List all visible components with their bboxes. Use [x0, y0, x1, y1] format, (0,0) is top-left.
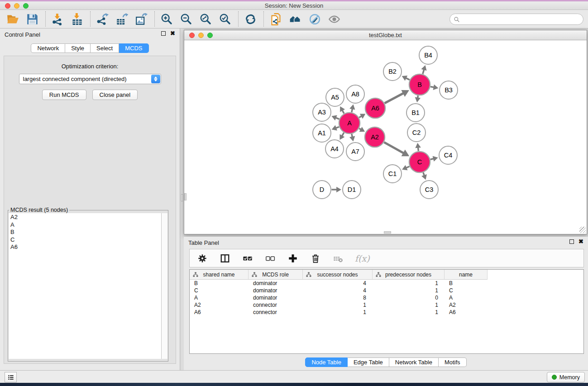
search-box[interactable] — [449, 14, 583, 25]
table-cell[interactable]: B — [190, 280, 249, 287]
table-cell[interactable]: A2 — [190, 301, 249, 309]
save-session-button[interactable] — [25, 12, 39, 26]
criterion-select[interactable]: largest connected component (directed) — [19, 74, 161, 84]
table-cell[interactable]: dominator — [249, 294, 303, 301]
close-panel-button[interactable]: Close panel — [92, 90, 138, 100]
canvas-vertical-scrollbar[interactable] — [184, 193, 186, 200]
mcds-result-item[interactable]: C — [10, 236, 161, 244]
table-cell[interactable]: A2 — [445, 301, 488, 309]
table-row[interactable]: Cdominator41C — [190, 287, 583, 294]
graph-node-A8[interactable]: A8 — [346, 85, 364, 103]
table-cell[interactable]: 8 — [303, 294, 373, 301]
table-cell[interactable]: 1 — [303, 301, 373, 309]
tab-node-table[interactable]: Node Table — [305, 357, 348, 367]
table-cell[interactable]: connector — [249, 309, 303, 316]
graph-node-A6[interactable]: A6 — [365, 98, 385, 118]
graph-node-C[interactable]: C — [409, 152, 430, 172]
table-cell[interactable]: dominator — [249, 280, 303, 287]
network-graph[interactable]: B4B2BB3A5A8A6A3B1AA1C2A2A4A7C4CC1C3DD1 — [184, 40, 587, 234]
graph-node-D1[interactable]: D1 — [343, 181, 361, 199]
canvas-horizontal-scrollbar[interactable] — [384, 231, 391, 234]
first-neighbors-button[interactable] — [288, 12, 302, 26]
table-cell[interactable]: 4 — [303, 287, 373, 294]
tab-network[interactable]: Network — [31, 43, 65, 53]
zoom-in-button[interactable] — [159, 12, 174, 26]
memory-button[interactable]: Memory — [547, 372, 585, 382]
graph-node-B1[interactable]: B1 — [406, 104, 425, 122]
table-cell[interactable]: 4 — [303, 280, 373, 287]
table-cell[interactable]: 0 — [373, 294, 445, 301]
tab-network-table[interactable]: Network Table — [389, 357, 439, 367]
show-graphics-details-button[interactable] — [327, 12, 341, 26]
close-panel-icon[interactable]: ✖ — [170, 31, 175, 36]
mcds-result-item[interactable]: A2 — [10, 214, 161, 221]
select-all-button[interactable] — [242, 253, 253, 264]
graph-node-A5[interactable]: A5 — [326, 88, 344, 106]
graph-edge-A6-B[interactable] — [385, 93, 404, 103]
graph-node-B4[interactable]: B4 — [419, 46, 437, 64]
column-header-shared-name[interactable]: shared name — [190, 270, 249, 280]
table-cell[interactable]: dominator — [249, 287, 303, 294]
graph-node-C3[interactable]: C3 — [420, 181, 438, 199]
column-header-MCDS-role[interactable]: MCDS role — [249, 270, 303, 280]
table-cell[interactable]: A — [190, 294, 249, 301]
open-session-button[interactable] — [5, 12, 20, 26]
graph-node-A1[interactable]: A1 — [313, 124, 331, 142]
table-cell[interactable]: 1 — [373, 309, 445, 316]
tab-select[interactable]: Select — [91, 43, 119, 53]
graph-node-C4[interactable]: C4 — [439, 146, 457, 164]
table-row[interactable]: Adominator80A — [190, 294, 583, 301]
hide-annotations-button[interactable] — [307, 12, 322, 26]
mcds-result-item[interactable]: A — [10, 221, 161, 229]
table-row[interactable]: A6connector11A6 — [190, 309, 583, 316]
column-header-predecessor-nodes[interactable]: predecessor nodes — [373, 270, 445, 280]
column-header-successor-nodes[interactable]: successor nodes — [303, 270, 373, 280]
column-header-name[interactable]: name — [445, 270, 488, 280]
tab-motifs[interactable]: Motifs — [439, 357, 467, 367]
import-network-button[interactable] — [50, 12, 65, 26]
table-cell[interactable]: B — [445, 280, 488, 287]
delete-column-button[interactable] — [310, 253, 321, 264]
close-table-panel-icon[interactable]: ✖ — [578, 239, 583, 244]
table-cell[interactable]: 1 — [373, 280, 445, 287]
tab-edge-table[interactable]: Edge Table — [348, 357, 389, 367]
float-table-panel-icon[interactable] — [569, 239, 574, 244]
table-cell[interactable]: A6 — [445, 309, 488, 316]
panel-splitter[interactable] — [181, 29, 184, 370]
export-image-button[interactable] — [134, 12, 148, 26]
graph-node-B2[interactable]: B2 — [383, 62, 402, 81]
search-input[interactable] — [460, 16, 583, 23]
mcds-result-item[interactable]: B — [10, 229, 161, 236]
table-cell[interactable]: 1 — [373, 287, 445, 294]
network-from-selection-button[interactable] — [268, 12, 283, 26]
window-resize-grip[interactable] — [579, 227, 586, 233]
mcds-result-item[interactable]: A6 — [10, 243, 161, 251]
graph-node-A7[interactable]: A7 — [346, 143, 364, 161]
graph-node-A[interactable]: A — [339, 113, 360, 133]
add-column-button[interactable] — [287, 253, 299, 264]
table-cell[interactable]: 1 — [373, 301, 445, 309]
table-cell[interactable]: C — [445, 287, 488, 294]
zoom-selected-button[interactable] — [218, 12, 232, 26]
table-cell[interactable]: 1 — [303, 309, 373, 316]
export-table-button[interactable] — [115, 12, 129, 26]
graph-node-A2[interactable]: A2 — [365, 127, 385, 147]
zoom-fit-button[interactable] — [198, 12, 213, 26]
table-cell[interactable]: A — [445, 294, 488, 301]
graph-node-C1[interactable]: C1 — [383, 165, 402, 183]
export-network-button[interactable] — [95, 12, 110, 26]
run-mcds-button[interactable]: Run MCDS — [42, 90, 86, 100]
deselect-all-button[interactable] — [264, 253, 276, 264]
table-options-button[interactable] — [196, 253, 208, 264]
graph-node-B3[interactable]: B3 — [440, 81, 458, 99]
show-columns-button[interactable] — [219, 253, 231, 264]
network-canvas[interactable]: B4B2BB3A5A8A6A3B1AA1C2A2A4A7C4CC1C3DD1 — [184, 40, 587, 234]
table-cell[interactable]: A6 — [190, 309, 249, 316]
tab-mcds[interactable]: MCDS — [119, 43, 148, 53]
table-row[interactable]: A2connector11A2 — [190, 301, 583, 309]
float-panel-icon[interactable] — [161, 31, 166, 36]
table-row[interactable]: Bdominator41B — [190, 280, 583, 287]
zoom-out-button[interactable] — [179, 12, 193, 26]
table-cell[interactable]: C — [190, 287, 249, 294]
apply-layout-button[interactable] — [243, 12, 258, 26]
